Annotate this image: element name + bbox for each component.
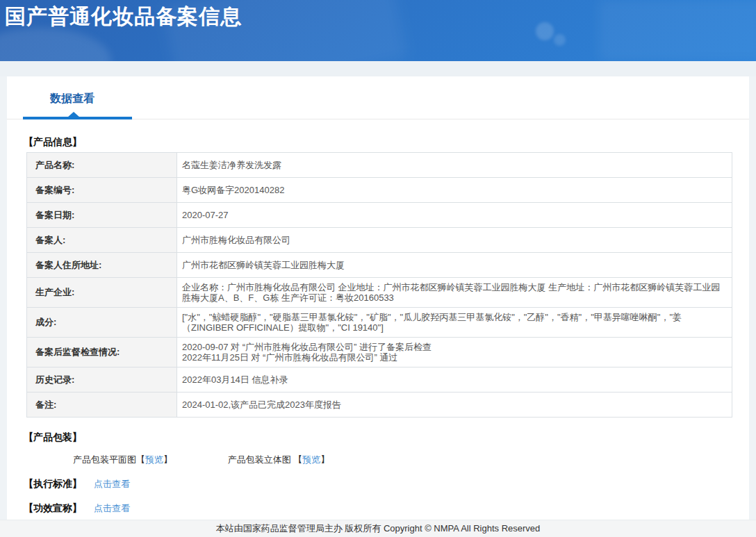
packaging-stereo-label: 产品包装立体图 (228, 454, 294, 465)
packaging-flat-preview-link[interactable]: 预览 (145, 454, 163, 465)
packaging-section-title: 【产品包装】 (24, 431, 749, 444)
table-row: 历史记录: 2022年03月14日 信息补录 (27, 367, 732, 393)
efficacy-row: 【功效宣称】 点击查看 (24, 502, 749, 515)
row-label: 历史记录: (27, 367, 177, 393)
banner-decor-circle (554, 34, 566, 46)
row-value: 2020-07-27 (177, 203, 732, 228)
packaging-flat-label: 产品包装平面图 (73, 454, 136, 465)
row-label: 成分: (27, 308, 177, 338)
bracket-open: 【 (136, 454, 145, 465)
content-card: 数据查看 【产品信息】 产品名称: 名蔻生姜洁净养发洗发露 备案编号: 粤G妆网… (7, 76, 749, 520)
table-row: 备案日期: 2020-07-27 (27, 203, 732, 228)
table-row: 备案人: 广州市胜梅化妆品有限公司 (27, 228, 732, 253)
packaging-stereo-preview-link[interactable]: 预览 (302, 454, 320, 465)
efficacy-section-title: 【功效宣称】 (24, 502, 82, 513)
packaging-row: 产品包装平面图【预览】 产品包装立体图 【预览】 (73, 454, 749, 466)
standards-view-link[interactable]: 点击查看 (94, 479, 130, 489)
row-value: 2020-09-07 对 “广州市胜梅化妆品有限公司” 进行了备案后检查 202… (177, 338, 732, 367)
bracket-close: 】 (320, 454, 329, 465)
row-label: 备案人住所地址: (27, 253, 177, 278)
standards-row: 【执行标准】 点击查看 (24, 478, 749, 490)
row-value: 名蔻生姜洁净养发洗发露 (177, 153, 732, 178)
page-footer: 本站由国家药品监督管理局主办 版权所有 Copyright © NMPA All… (0, 520, 756, 537)
row-value: 粤G妆网备字2020140282 (177, 178, 732, 203)
table-row: 备案编号: 粤G妆网备字2020140282 (27, 178, 732, 203)
table-row: 成分: ["水"，"鲸蜡硬脂醇"，"硬脂基三甲基氯化铵"，"矿脂"，"瓜儿胶羟丙… (27, 308, 732, 338)
tab-active-indicator-icon (67, 112, 80, 117)
banner-decor-ellipse (0, 28, 111, 61)
header-spacer-band (0, 61, 756, 76)
tab-data-view[interactable]: 数据查看 (50, 92, 94, 106)
product-info-section-title: 【产品信息】 (24, 136, 749, 149)
efficacy-view-link[interactable]: 点击查看 (94, 503, 130, 513)
row-label: 备案日期: (27, 203, 177, 228)
table-row: 备注: 2024-01-02,该产品已完成2023年度报告 (27, 393, 732, 418)
page-title: 国产普通化妆品备案信息 (5, 3, 242, 31)
table-row: 备案后监督检查情况: 2020-09-07 对 “广州市胜梅化妆品有限公司” 进… (27, 338, 732, 367)
standards-section-title: 【执行标准】 (24, 478, 82, 489)
packaging-flat-item: 产品包装平面图【预览】 (73, 454, 172, 466)
row-label: 备案人: (27, 228, 177, 253)
row-label: 备注: (27, 393, 177, 418)
bracket-open: 【 (293, 454, 302, 465)
page-header-banner: 国产普通化妆品备案信息 (0, 0, 756, 61)
product-info-table: 产品名称: 名蔻生姜洁净养发洗发露 备案编号: 粤G妆网备字2020140282… (26, 152, 732, 418)
row-value: 2024-01-02,该产品已完成2023年度报告 (177, 393, 732, 418)
row-value: 企业名称：广州市胜梅化妆品有限公司 企业地址：广州市花都区狮岭镇芙蓉工业园胜梅大… (177, 278, 732, 308)
table-row: 生产企业: 企业名称：广州市胜梅化妆品有限公司 企业地址：广州市花都区狮岭镇芙蓉… (27, 278, 732, 308)
bracket-close: 】 (163, 454, 172, 465)
row-value: 2022年03月14日 信息补录 (177, 367, 732, 393)
packaging-stereo-item: 产品包装立体图 【预览】 (228, 454, 330, 466)
row-label: 产品名称: (27, 153, 177, 178)
row-label: 备案后监督检查情况: (27, 338, 177, 367)
row-label: 备案编号: (27, 178, 177, 203)
row-label: 生产企业: (27, 278, 177, 308)
tab-bar: 数据查看 (7, 76, 749, 119)
table-row: 备案人住所地址: 广州市花都区狮岭镇芙蓉工业园胜梅大厦 (27, 253, 732, 278)
row-value: ["水"，"鲸蜡硬脂醇"，"硬脂基三甲基氯化铵"，"矿脂"，"瓜儿胶羟丙基三甲基… (177, 308, 732, 338)
table-row: 产品名称: 名蔻生姜洁净养发洗发露 (27, 153, 732, 178)
row-value: 广州市胜梅化妆品有限公司 (177, 228, 732, 253)
banner-decor-shape (599, 0, 756, 61)
row-value: 广州市花都区狮岭镇芙蓉工业园胜梅大厦 (177, 253, 732, 278)
banner-decor-circle (536, 22, 554, 40)
